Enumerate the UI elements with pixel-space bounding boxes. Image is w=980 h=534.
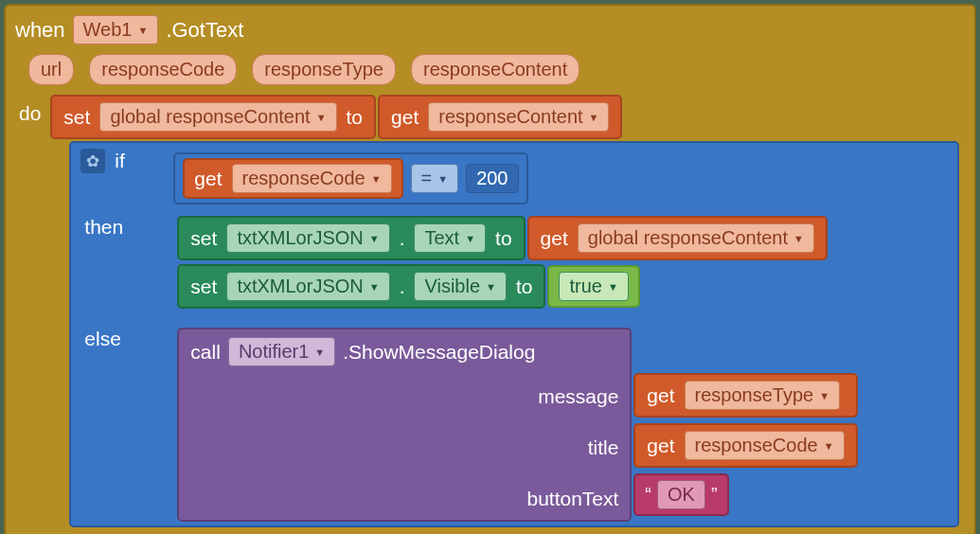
var-dropdown-responsetype[interactable]: responseType ▼ [685, 381, 841, 410]
component-dropdown-web1[interactable]: Web1 ▼ [73, 15, 159, 44]
if-label: if [115, 150, 164, 172]
set-visible-row: set txtXMLorJSON ▼ . Visible ▼ [177, 264, 828, 309]
gear-icon[interactable]: ✿ [80, 149, 105, 173]
chevron-down-icon: ▼ [369, 281, 380, 293]
chevron-down-icon: ▼ [465, 233, 475, 244]
chevron-down-icon: ▼ [819, 390, 829, 401]
chevron-down-icon: ▼ [486, 281, 496, 293]
text-value-ok[interactable]: OK [657, 480, 705, 509]
if-condition-row: get responseCode ▼ = ▼ [173, 149, 948, 208]
else-label: else [80, 328, 168, 350]
event-name-label: .GotText [166, 18, 243, 43]
chevron-down-icon: ▼ [316, 112, 327, 123]
arg-message-label: message [538, 385, 618, 408]
param-responsetype[interactable]: responseType [252, 54, 396, 85]
call-notifier-block[interactable]: call Notifier1 ▼ .ShowMessageDialog mess… [177, 328, 632, 522]
param-responsecontent[interactable]: responseContent [411, 54, 579, 85]
comp-dropdown-notifier1[interactable]: Notifier1 ▼ [228, 337, 335, 366]
get-global-responsecontent[interactable]: get global responseContent ▼ [527, 216, 828, 260]
var-dropdown-responsecode2[interactable]: responseCode ▼ [685, 431, 845, 460]
arg-title-label: title [588, 436, 619, 459]
chevron-down-icon: ▼ [793, 233, 804, 244]
text-ok-block[interactable]: “ OK ” [633, 473, 728, 516]
comp-dropdown-txtxmlorjson[interactable]: txtXMLorJSON ▼ [226, 223, 389, 253]
chevron-down-icon: ▼ [137, 25, 148, 36]
get-responsecode2[interactable]: get responseCode ▼ [633, 423, 857, 468]
param-url[interactable]: url [28, 54, 74, 85]
param-responsecode[interactable]: responseCode [89, 54, 237, 85]
chevron-down-icon: ▼ [371, 173, 382, 185]
var-dropdown-global-responsecontent2[interactable]: global responseContent ▼ [578, 223, 814, 253]
when-label: when [15, 18, 65, 43]
if-block[interactable]: ✿ if get responseCode [69, 141, 959, 527]
var-dropdown-global-responsecontent[interactable]: global responseContent ▼ [99, 102, 336, 132]
set-global-responsecontent-row: set global responseContent ▼ to get resp… [50, 95, 965, 139]
set-visible-block[interactable]: set txtXMLorJSON ▼ . Visible ▼ [177, 264, 545, 309]
compare-block[interactable]: get responseCode ▼ = ▼ [173, 152, 527, 205]
get-responsetype[interactable]: get responseType ▼ [633, 373, 857, 418]
comp-dropdown-txtxmlorjson2[interactable]: txtXMLorJSON ▼ [226, 272, 389, 301]
prop-dropdown-text[interactable]: Text ▼ [414, 223, 486, 253]
event-header: when Web1 ▼ .GotText [15, 13, 965, 50]
get-block-responsecontent[interactable]: get responseContent ▼ [378, 95, 622, 139]
var-dropdown-responsecode[interactable]: responseCode ▼ [232, 164, 392, 193]
number-200[interactable]: 200 [466, 164, 518, 193]
var-dropdown-responsecontent[interactable]: responseContent ▼ [428, 102, 609, 132]
chevron-down-icon: ▼ [824, 440, 834, 452]
bool-dropdown-true[interactable]: true ▼ [559, 272, 628, 301]
then-label: then [80, 216, 168, 239]
set-block[interactable]: set global responseContent ▼ to [50, 95, 376, 139]
chevron-down-icon: ▼ [608, 281, 618, 293]
get-block-responsecode[interactable]: get responseCode ▼ [183, 158, 402, 199]
true-block[interactable]: true ▼ [547, 265, 639, 308]
set-text-row: set txtXMLorJSON ▼ . Text ▼ [177, 216, 828, 260]
chevron-down-icon: ▼ [437, 173, 448, 185]
chevron-down-icon: ▼ [369, 233, 380, 244]
prop-dropdown-visible[interactable]: Visible ▼ [414, 272, 506, 301]
do-label: do [15, 95, 41, 125]
event-params-row: url responseCode responseType responseCo… [15, 50, 965, 95]
operator-dropdown[interactable]: = ▼ [411, 164, 459, 193]
chevron-down-icon: ▼ [589, 112, 599, 123]
event-block-gottext[interactable]: when Web1 ▼ .GotText url responseCode re… [4, 4, 976, 534]
chevron-down-icon: ▼ [314, 347, 325, 358]
arg-buttontext-label: buttonText [526, 488, 618, 510]
set-text-block[interactable]: set txtXMLorJSON ▼ . Text ▼ [177, 216, 525, 260]
